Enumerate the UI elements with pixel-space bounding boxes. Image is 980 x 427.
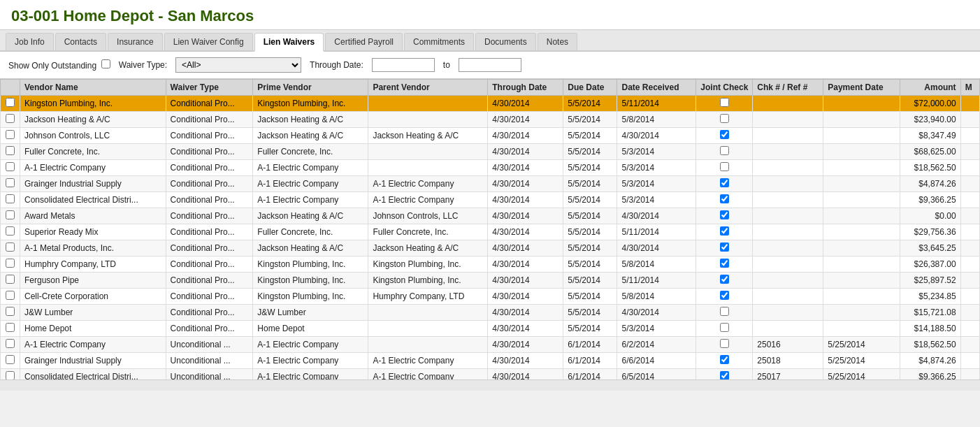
row-checkbox[interactable]: [6, 194, 15, 203]
row-checkbox-cell[interactable]: [1, 96, 20, 112]
row-checkbox-cell[interactable]: [1, 353, 20, 369]
row-checkbox-cell[interactable]: [1, 128, 20, 144]
cell-parent_vendor: [368, 112, 488, 128]
joint-check-checkbox[interactable]: [720, 339, 729, 348]
row-checkbox[interactable]: [6, 371, 15, 379]
horizontal-scrollbar[interactable]: [0, 379, 980, 391]
joint-check-checkbox[interactable]: [720, 178, 729, 187]
col-header-m: M: [960, 80, 979, 96]
row-checkbox[interactable]: [6, 259, 15, 268]
cell-vendor_name: J&W Lumber: [20, 305, 166, 321]
tab-commitments[interactable]: Commitments: [404, 33, 474, 50]
row-checkbox[interactable]: [6, 178, 15, 187]
row-checkbox-cell[interactable]: [1, 273, 20, 289]
joint-check-checkbox[interactable]: [720, 98, 729, 107]
row-checkbox-cell[interactable]: [1, 337, 20, 353]
cell-date_received: 5/8/2014: [617, 289, 696, 305]
joint-check-checkbox[interactable]: [720, 114, 729, 123]
row-checkbox[interactable]: [6, 307, 15, 316]
cell-joint-check[interactable]: [696, 128, 753, 144]
cell-joint-check[interactable]: [696, 256, 753, 273]
cell-joint-check[interactable]: [696, 112, 753, 128]
row-checkbox-cell[interactable]: [1, 112, 20, 128]
show-outstanding-checkbox[interactable]: [101, 59, 110, 68]
cell-joint-check[interactable]: [696, 321, 753, 337]
tab-documents[interactable]: Documents: [475, 33, 536, 50]
joint-check-checkbox[interactable]: [720, 130, 729, 139]
row-checkbox-cell[interactable]: [1, 208, 20, 224]
row-checkbox[interactable]: [6, 98, 15, 107]
joint-check-checkbox[interactable]: [720, 210, 729, 219]
cell-joint-check[interactable]: [696, 192, 753, 208]
joint-check-checkbox[interactable]: [720, 146, 729, 155]
row-checkbox-cell[interactable]: [1, 160, 20, 176]
cell-joint-check[interactable]: [696, 289, 753, 305]
joint-check-checkbox[interactable]: [720, 323, 729, 332]
joint-check-checkbox[interactable]: [720, 226, 729, 236]
joint-check-checkbox[interactable]: [720, 291, 729, 300]
row-checkbox-cell[interactable]: [1, 144, 20, 160]
row-checkbox-cell[interactable]: [1, 176, 20, 192]
tab-notes[interactable]: Notes: [538, 33, 577, 50]
cell-joint-check[interactable]: [696, 176, 753, 192]
tab-job-info[interactable]: Job Info: [6, 33, 54, 50]
col-header-due_date: Due Date: [563, 80, 617, 96]
row-checkbox[interactable]: [6, 210, 15, 219]
row-checkbox[interactable]: [6, 291, 15, 300]
row-checkbox-cell[interactable]: [1, 192, 20, 208]
cell-joint-check[interactable]: [696, 208, 753, 224]
table-row: Fuller Concrete, Inc.Conditional Pro...F…: [1, 144, 980, 160]
row-checkbox-cell[interactable]: [1, 224, 20, 240]
through-date-to-input[interactable]: [459, 58, 521, 72]
cell-joint-check[interactable]: [696, 160, 753, 176]
cell-due_date: 6/1/2014: [563, 337, 617, 353]
joint-check-checkbox[interactable]: [720, 275, 729, 284]
row-checkbox[interactable]: [6, 130, 15, 139]
cell-joint-check[interactable]: [696, 144, 753, 160]
cell-joint-check[interactable]: [696, 305, 753, 321]
cell-joint-check[interactable]: [696, 273, 753, 289]
tab-certified-payroll[interactable]: Certified Payroll: [325, 33, 403, 50]
joint-check-checkbox[interactable]: [720, 307, 729, 316]
row-checkbox-cell[interactable]: [1, 321, 20, 337]
joint-check-checkbox[interactable]: [720, 371, 729, 379]
tab-lien-waiver-config[interactable]: Lien Waiver Config: [164, 33, 253, 50]
cell-joint-check[interactable]: [696, 353, 753, 369]
row-checkbox[interactable]: [6, 162, 15, 171]
row-checkbox[interactable]: [6, 243, 15, 252]
cell-joint-check[interactable]: [696, 224, 753, 240]
cell-joint-check[interactable]: [696, 369, 753, 380]
joint-check-checkbox[interactable]: [720, 243, 729, 252]
cell-joint-check[interactable]: [696, 96, 753, 112]
col-header-waiver_type: Waiver Type: [166, 80, 253, 96]
joint-check-checkbox[interactable]: [720, 259, 729, 268]
table-row: Superior Ready MixConditional Pro...Full…: [1, 224, 980, 240]
cell-joint-check[interactable]: [696, 240, 753, 256]
row-checkbox[interactable]: [6, 114, 15, 123]
row-checkbox[interactable]: [6, 146, 15, 155]
joint-check-checkbox[interactable]: [720, 194, 729, 203]
cell-prime_vendor: Kingston Plumbing, Inc.: [253, 256, 368, 273]
through-date-from-input[interactable]: [372, 58, 435, 72]
tab-insurance[interactable]: Insurance: [108, 33, 163, 50]
row-checkbox-cell[interactable]: [1, 305, 20, 321]
cell-joint-check[interactable]: [696, 337, 753, 353]
cell-chk_ref: [753, 208, 823, 224]
row-checkbox[interactable]: [6, 323, 15, 332]
tab-contacts[interactable]: Contacts: [55, 33, 106, 50]
cell-waiver_type: Conditional Pro...: [166, 305, 253, 321]
tab-lien-waivers[interactable]: Lien Waivers: [254, 33, 324, 52]
row-checkbox-cell[interactable]: [1, 369, 20, 380]
row-checkbox[interactable]: [6, 355, 15, 364]
row-checkbox[interactable]: [6, 226, 15, 236]
joint-check-checkbox[interactable]: [720, 355, 729, 364]
row-checkbox-cell[interactable]: [1, 289, 20, 305]
waiver-type-select[interactable]: <All>: [175, 57, 301, 73]
row-checkbox-cell[interactable]: [1, 240, 20, 256]
joint-check-checkbox[interactable]: [720, 162, 729, 171]
cell-payment_date: [823, 160, 900, 176]
cell-m: [960, 273, 979, 289]
row-checkbox[interactable]: [6, 339, 15, 348]
row-checkbox[interactable]: [6, 275, 15, 284]
row-checkbox-cell[interactable]: [1, 256, 20, 273]
